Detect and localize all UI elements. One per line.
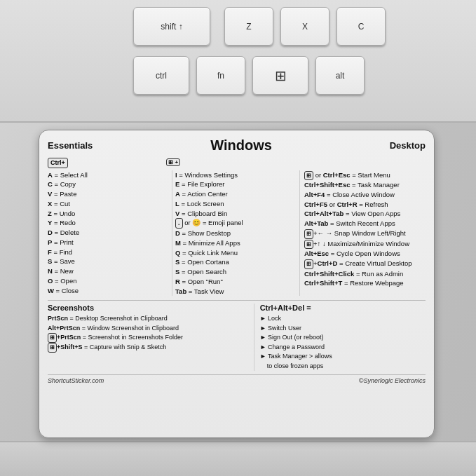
win-key-box: ⊞ +	[166, 158, 180, 166]
cad-switch: ► Switch User	[260, 324, 426, 334]
alt-key: alt	[315, 56, 365, 95]
c-key: C	[336, 7, 386, 46]
shortcut-z: Z = Undo	[48, 209, 169, 219]
win-s-cortana: S = Open Cortana	[175, 257, 297, 267]
shortcut-d: D = Delete	[48, 228, 169, 238]
shift-key-label: shift ↑	[161, 22, 182, 32]
desktop-admin: Ctrl+Shift+Click = Run as Admin	[304, 269, 426, 279]
alt-key-label: alt	[336, 71, 345, 81]
win-key: ⊞	[252, 56, 308, 95]
desktop-view-apps: Ctrl+Alt+Tab = View Open Apps	[304, 209, 426, 219]
shortcut-p: P = Print	[48, 238, 169, 247]
win-icon-snap: ⊞	[304, 229, 313, 239]
ctrl-shortcuts-col: A = Select All C = Copy V = Paste X = Cu…	[48, 170, 172, 297]
shortcut-y: Y = Redo	[48, 218, 169, 228]
desktop-snap-lr: ⊞+← → Snap Window Left/Right	[304, 229, 426, 239]
win-shortcuts-col: I = Windows Settings E = File Explorer A…	[172, 170, 299, 297]
shortcut-a: A = Select All	[48, 170, 169, 180]
screenshots-section: Screenshots PrtScn = Desktop Screenshot …	[48, 300, 426, 371]
alt-prtscn-row: Alt+PrtScn = Window Screenshot in Clipbo…	[48, 324, 247, 334]
win-a: A = Action Center	[175, 189, 297, 199]
ctrl-alt-del-col: Ctrl+Alt+Del = ► Lock ► Switch User ► Si…	[254, 304, 426, 371]
win-e: E = File Explorer	[175, 179, 297, 189]
fn-key-label: fn	[217, 71, 224, 81]
ctrl-alt-del-title: Ctrl+Alt+Del =	[260, 304, 426, 312]
shift-key: shift ↑	[133, 7, 210, 46]
shortcut-s: S = Save	[48, 257, 169, 266]
desktop-label: Desktop	[390, 140, 426, 151]
essentials-label: Essentials	[48, 140, 93, 151]
ctrl-plus-box: Ctrl+	[48, 158, 68, 168]
win-icon-start: ⊞	[304, 171, 313, 181]
z-key: Z	[224, 7, 273, 46]
footer-left: ShortcutSticker.com	[48, 377, 104, 384]
shortcut-v: V = Paste	[48, 189, 169, 199]
shortcut-f: F = Find	[48, 247, 169, 257]
shortcut-x: X = Cut	[48, 199, 169, 209]
win-tab: Tab = Task View	[175, 287, 297, 297]
win-key-label: ⊞	[275, 67, 287, 84]
desktop-switch-apps: Alt+Tab = Switch Recent Apps	[304, 219, 426, 229]
win-d: D = Show Desktop	[175, 229, 297, 238]
win-i: I = Windows Settings	[175, 170, 297, 180]
desktop-cycle: Alt+Esc = Cycle Open Windows	[304, 249, 426, 259]
x-key: X	[280, 7, 329, 46]
c-key-label: C	[358, 22, 365, 32]
desktop-close-win: Alt+F4 = Close Active Window	[304, 190, 426, 200]
cad-password: ► Change a Password	[260, 343, 426, 353]
sticker-title: Windows	[93, 137, 389, 154]
win-icon-max: ⊞	[304, 240, 313, 250]
win-dot: . or 😊 = Emoji panel	[175, 218, 297, 229]
win-s-search: S = Open Search	[175, 267, 297, 277]
desktop-start: ⊞ or Ctrl+Esc = Start Menu	[304, 170, 426, 181]
dot-key: .	[175, 218, 183, 229]
win-l: L = Lock Screen	[175, 199, 297, 209]
shortcut-o: O = Open	[48, 276, 169, 286]
win-m: M = Minimize All Apps	[175, 238, 297, 248]
prtscn-row: PrtScn = Desktop Screenshot in Clipboard	[48, 314, 247, 324]
shortcut-w: W = Close	[48, 286, 169, 296]
win-icon-vd: ⊞	[304, 259, 313, 269]
sticker-body: A = Select All C = Copy V = Paste X = Cu…	[48, 170, 426, 297]
screenshots-col: Screenshots PrtScn = Desktop Screenshot …	[48, 304, 247, 371]
x-key-label: X	[302, 22, 308, 32]
desktop-task-mgr: Ctrl+Shift+Esc = Task Manager	[304, 180, 426, 190]
win-v: V = Clipboard Bin	[175, 209, 297, 219]
desktop-max-min: ⊞+↑ ↓ Maximize/Minimize Window	[304, 239, 426, 250]
shortcut-c: C = Copy	[48, 179, 169, 189]
desktop-restore: Ctrl+Shift+T = Restore Webpage	[304, 278, 426, 288]
shortcut-n: N = New	[48, 266, 169, 276]
win-icon-snip: ⊞	[48, 343, 57, 353]
ctrl-key-label: ctrl	[156, 71, 167, 81]
sticker-header: Essentials Windows Desktop	[48, 137, 426, 154]
ctrl-key: ctrl	[133, 56, 189, 95]
desktop-virtual: ⊞+Ctrl+D = Create Virtual Desktop	[304, 259, 426, 269]
win-prtscn-row: ⊞+PrtScn = Screenshot in Screenshots Fol…	[48, 333, 247, 343]
shortcut-sticker: Essentials Windows Desktop Ctrl+ ⊞ + A =…	[39, 130, 435, 438]
keyboard-area: shift ↑ Z X C ctrl fn ⊞ alt	[0, 0, 476, 123]
desktop-shortcuts-col: ⊞ or Ctrl+Esc = Start Menu Ctrl+Shift+Es…	[299, 170, 426, 297]
laptop-bottom-bar	[0, 441, 476, 476]
sticker-footer: ShortcutSticker.com ©Synerlogic Electron…	[48, 374, 426, 384]
z-key-label: Z	[246, 22, 251, 32]
snip-row: ⊞+Shift+S = Capture with Snip & Sketch	[48, 343, 247, 353]
win-r: R = Open "Run"	[175, 277, 297, 287]
cad-lock: ► Lock	[260, 314, 426, 324]
cad-taskmgr: ► Task Manager > allowsto close frozen a…	[260, 352, 426, 371]
desktop-refresh: Ctrl+F5 or Ctrl+R = Refresh	[304, 200, 426, 210]
win-icon-ss: ⊞	[48, 333, 57, 343]
screenshots-title: Screenshots	[48, 304, 247, 312]
cad-signout: ► Sign Out (or reboot)	[260, 333, 426, 343]
fn-key: fn	[196, 56, 245, 95]
win-q: Q = Quick Link Menu	[175, 248, 297, 258]
footer-right: ©Synerlogic Electronics	[359, 377, 426, 384]
